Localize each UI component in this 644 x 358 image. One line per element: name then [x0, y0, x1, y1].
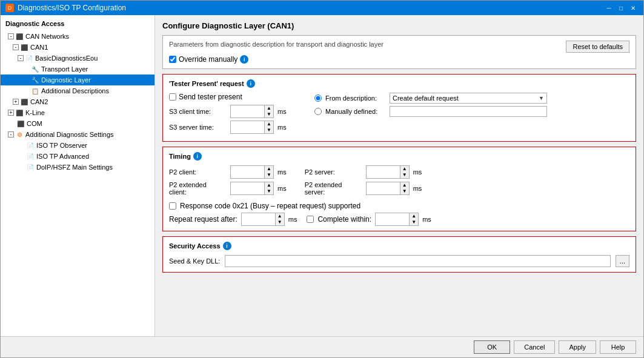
override-manually-checkbox[interactable] — [169, 56, 176, 63]
s3-client-down[interactable]: ▼ — [265, 111, 273, 118]
browse-button[interactable]: ... — [616, 255, 629, 267]
tree-label-iso-tp-observer: ISO TP Observer — [36, 142, 87, 149]
s3-client-spinner[interactable]: 4000 ▲ ▼ — [230, 105, 274, 118]
diagnostic-layer-icon: 🔧 — [31, 76, 39, 84]
p2-ext-client-up[interactable]: ▲ — [265, 182, 273, 188]
p2-server-unit: ms — [413, 168, 422, 176]
p2-server-label: P2 server: — [305, 168, 362, 176]
security-info-icon[interactable]: i — [223, 242, 231, 250]
p2-server-spinner[interactable]: 50 ▲ ▼ — [366, 165, 410, 179]
complete-within-checkbox[interactable] — [307, 216, 314, 223]
maximize-button[interactable]: □ — [616, 3, 626, 13]
complete-input[interactable]: 1300 — [376, 215, 409, 224]
p2-ext-client-down[interactable]: ▼ — [265, 188, 273, 194]
tree-item-iso-tp-observer[interactable]: 📄 ISO TP Observer — [1, 140, 154, 151]
window-controls: ─ □ ✕ — [603, 3, 639, 13]
tree-item-kline[interactable]: + ⬛ K-Line — [1, 107, 154, 118]
tree-item-diagnostic-layer[interactable]: 🔧 Diagnostic Layer — [1, 75, 154, 85]
s3-server-down[interactable]: ▼ — [265, 127, 273, 133]
manually-radio[interactable] — [314, 108, 322, 115]
complete-up[interactable]: ▲ — [410, 213, 418, 219]
apply-button[interactable]: Apply — [559, 340, 596, 354]
timing-left: P2 client: 150 ▲ ▼ ms — [169, 165, 287, 198]
seed-key-input[interactable] — [225, 255, 610, 267]
p2-client-input[interactable]: 150 — [231, 168, 264, 176]
s3-client-up[interactable]: ▲ — [265, 105, 273, 111]
p2-server-down[interactable]: ▼ — [400, 172, 409, 178]
s3-server-up[interactable]: ▲ — [265, 121, 273, 127]
expand-can-networks[interactable]: - — [8, 33, 14, 39]
tree-item-additional-desc[interactable]: 📋 Additional Descriptions — [1, 85, 154, 96]
expand-can2[interactable]: + — [13, 99, 19, 105]
timing-right: P2 server: 50 ▲ ▼ ms — [305, 165, 422, 198]
repeat-up[interactable]: ▲ — [276, 213, 284, 219]
expand-can1[interactable]: - — [13, 44, 19, 50]
timing-info-icon[interactable]: i — [193, 152, 202, 161]
response-code-checkbox[interactable] — [169, 202, 176, 210]
repeat-input[interactable]: 10 — [242, 215, 275, 224]
tree-item-additional-diag[interactable]: - ⚙ Additional Diagnostic Settings — [1, 129, 154, 140]
seed-key-label: Seed & Key DLL: — [169, 257, 220, 265]
repeat-btns: ▲ ▼ — [275, 213, 284, 225]
expand-additional-diag[interactable]: - — [8, 131, 14, 138]
tree-label-transport-layer: Transport Layer — [41, 65, 88, 73]
dropdown-arrow-icon: ▼ — [539, 95, 544, 101]
close-button[interactable]: ✕ — [628, 3, 639, 13]
security-row: Seed & Key DLL: ... — [169, 255, 629, 267]
complete-unit: ms — [422, 216, 431, 223]
p2-client-down[interactable]: ▼ — [265, 172, 273, 178]
tree-item-basic-diag[interactable]: - 📄 BasicDiagnosticsEou — [1, 53, 154, 64]
send-tester-checkbox[interactable] — [169, 93, 176, 101]
p2-client-label: P2 client: — [169, 168, 227, 176]
expand-kline[interactable]: + — [8, 110, 14, 116]
repeat-spinner[interactable]: 10 ▲ ▼ — [241, 213, 285, 226]
tree-item-transport-layer[interactable]: 🔧 Transport Layer — [1, 64, 154, 75]
minimize-button[interactable]: ─ — [603, 3, 614, 13]
complete-spinner[interactable]: 1300 ▲ ▼ — [375, 213, 419, 226]
cancel-button[interactable]: Cancel — [514, 340, 555, 354]
from-desc-dropdown[interactable]: Create default request ▼ — [390, 93, 547, 104]
response-code-label: Response code 0x21 (Busy – repeat reques… — [180, 202, 360, 210]
from-desc-radio[interactable] — [314, 94, 322, 102]
s3-client-input[interactable]: 4000 — [231, 107, 264, 116]
tree-label-kline: K-Line — [25, 109, 45, 116]
tree-item-can-networks[interactable]: - ⬛ CAN Networks — [1, 31, 154, 42]
tree-item-can2[interactable]: + ⬛ CAN2 — [1, 96, 154, 107]
expand-basic-diag[interactable]: - — [18, 55, 24, 61]
s3-client-spinner-btns: ▲ ▼ — [264, 105, 273, 118]
complete-down[interactable]: ▼ — [410, 219, 418, 225]
content-area: Diagnostic Access - ⬛ CAN Networks - ⬛ C… — [1, 15, 643, 336]
override-manually-label: Override manually — [179, 55, 237, 64]
p2-client-up[interactable]: ▲ — [265, 166, 273, 172]
s3-server-input[interactable]: 5333 — [231, 123, 264, 131]
p2-server-input[interactable]: 50 — [367, 168, 400, 176]
p2-client-spinner[interactable]: 150 ▲ ▼ — [230, 165, 274, 179]
override-info-icon[interactable]: i — [240, 55, 248, 64]
tree-item-com[interactable]: ⬛ COM — [1, 118, 154, 129]
tree-item-doip-main[interactable]: 📄 DoIP/HSFZ Main Settings — [1, 162, 154, 173]
from-desc-label: From description: — [325, 94, 386, 102]
p2-ext-server-spinner[interactable]: 1900 ▲ ▼ — [366, 182, 410, 195]
help-button[interactable]: Help — [600, 340, 636, 354]
manually-input[interactable] — [390, 106, 547, 117]
p2-ext-client-input[interactable]: 2000 — [231, 184, 264, 193]
repeat-down[interactable]: ▼ — [276, 219, 284, 225]
ok-button[interactable]: OK — [474, 340, 510, 354]
p2-ext-client-spinner[interactable]: 2000 ▲ ▼ — [230, 182, 274, 195]
reset-to-defaults-button[interactable]: Reset to defaults — [566, 41, 629, 53]
com-icon: ⬛ — [16, 119, 25, 128]
manually-label: Manually defined: — [325, 108, 386, 115]
p2-ext-server-down[interactable]: ▼ — [400, 188, 409, 194]
p2-server-up[interactable]: ▲ — [400, 166, 409, 172]
left-panel-title: Diagnostic Access — [1, 18, 154, 31]
tree-item-can1[interactable]: - ⬛ CAN1 — [1, 42, 154, 53]
window-title: Diagnostics/ISO TP Configuration — [18, 4, 126, 12]
security-section: Security Access i Seed & Key DLL: ... — [162, 236, 636, 273]
tree-item-iso-tp-advanced[interactable]: 📄 ISO TP Advanced — [1, 151, 154, 162]
p2-ext-server-up[interactable]: ▲ — [400, 182, 409, 188]
tester-present-info-icon[interactable]: i — [247, 79, 255, 88]
tester-present-header: 'Tester Present' request i — [169, 79, 629, 88]
p2-ext-server-input[interactable]: 1900 — [367, 184, 400, 193]
s3-server-spinner[interactable]: 5333 ▲ ▼ — [230, 121, 274, 134]
repeat-row: Repeat request after: 10 ▲ ▼ ms Complete… — [169, 213, 629, 226]
